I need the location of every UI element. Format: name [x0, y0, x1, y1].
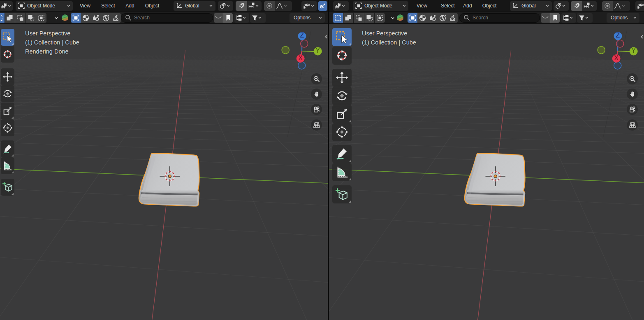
svg-text:X: X [614, 54, 619, 61]
svg-text:Y: Y [315, 47, 320, 54]
svg-text:Z: Z [300, 32, 304, 39]
svg-text:Y: Y [631, 47, 636, 54]
svg-text:Z: Z [616, 32, 620, 39]
svg-text:X: X [298, 54, 303, 61]
